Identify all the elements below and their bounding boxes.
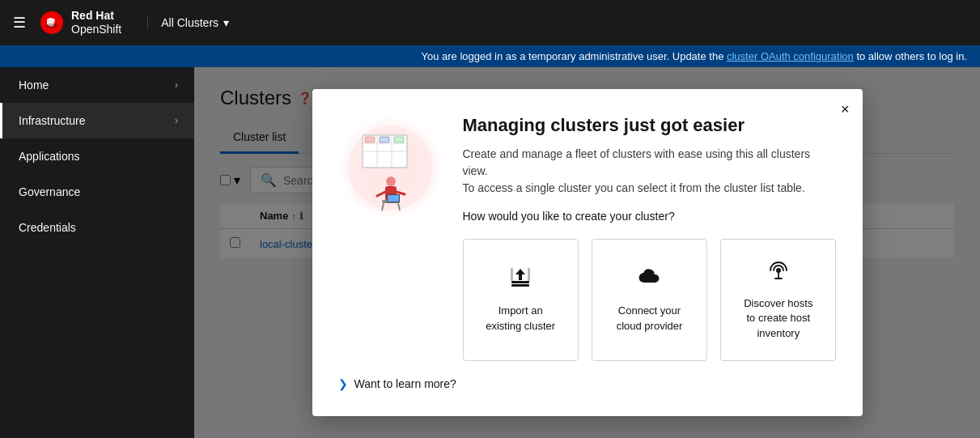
discover-hosts-card[interactable]: Discover hosts to create host inventory <box>720 239 836 361</box>
sidebar: Home › Infrastructure › Applications Gov… <box>0 67 194 438</box>
cloud-icon <box>638 266 660 294</box>
sidebar-home-chevron-icon: › <box>175 79 178 91</box>
import-card-label: Import an existing cluster <box>486 304 555 333</box>
sidebar-item-infrastructure[interactable]: Infrastructure › <box>0 103 194 138</box>
cluster-selector[interactable]: All Clusters ▾ <box>147 16 229 29</box>
svg-point-1 <box>45 23 58 28</box>
svg-rect-19 <box>388 195 399 202</box>
svg-rect-21 <box>511 284 529 287</box>
brand-text: Red Hat OpenShift <box>71 9 121 36</box>
sidebar-item-credentials[interactable]: Credentials <box>0 210 194 245</box>
admin-banner: You are logged in as a temporary adminis… <box>0 45 980 67</box>
modal-title: Managing clusters just got easier <box>463 115 837 136</box>
svg-rect-8 <box>365 137 375 142</box>
cluster-selector-chevron-icon: ▾ <box>223 16 229 29</box>
modal-close-button[interactable]: × <box>841 102 850 117</box>
modal-illustration <box>338 115 443 361</box>
modal-body: Managing clusters just got easier Create… <box>338 115 837 361</box>
top-nav: ☰ Red Hat OpenShift All Clusters ▾ <box>0 0 980 45</box>
modal: × <box>312 89 863 416</box>
hamburger-menu-icon[interactable]: ☰ <box>13 14 26 32</box>
svg-rect-20 <box>511 281 529 283</box>
brand-logo-area: Red Hat OpenShift <box>39 9 121 36</box>
connect-cloud-label: Connect your cloud provider <box>617 304 683 333</box>
content-area: Clusters ❓ Cluster list Cluster sets Cl.… <box>194 67 980 438</box>
oauth-config-link[interactable]: cluster OAuth configuration <box>727 50 854 62</box>
sidebar-infra-chevron-icon: › <box>175 115 178 126</box>
modal-question: How would you like to create your cluste… <box>463 210 837 223</box>
sidebar-item-governance[interactable]: Governance <box>0 174 194 210</box>
discover-hosts-icon <box>767 259 790 287</box>
illustration-image <box>338 115 443 220</box>
import-cluster-card[interactable]: Import an existing cluster <box>463 239 579 361</box>
learn-more-link[interactable]: ❯ Want to learn more? <box>338 377 837 390</box>
modal-footer: ❯ Want to learn more? <box>338 377 837 390</box>
svg-rect-25 <box>528 268 530 281</box>
redhat-logo-icon <box>39 10 65 36</box>
sidebar-item-applications[interactable]: Applications <box>0 138 194 174</box>
svg-rect-9 <box>380 137 389 142</box>
svg-rect-24 <box>511 268 513 281</box>
svg-point-11 <box>386 176 396 186</box>
modal-text: Managing clusters just got easier Create… <box>463 115 837 361</box>
svg-rect-10 <box>394 137 404 142</box>
svg-marker-23 <box>515 269 525 274</box>
import-icon <box>509 266 532 294</box>
learn-more-chevron-icon: ❯ <box>338 377 348 390</box>
sidebar-item-home[interactable]: Home › <box>0 67 194 103</box>
discover-hosts-label: Discover hosts to create host inventory <box>744 296 812 341</box>
option-cards: Import an existing cluster <box>463 239 837 361</box>
main-layout: Home › Infrastructure › Applications Gov… <box>0 67 980 438</box>
clusters-illustration-icon <box>346 123 435 212</box>
modal-desc: Create and manage a fleet of clusters wi… <box>463 146 837 197</box>
connect-cloud-card[interactable]: Connect your cloud provider <box>592 239 707 361</box>
modal-overlay: × <box>194 67 980 438</box>
